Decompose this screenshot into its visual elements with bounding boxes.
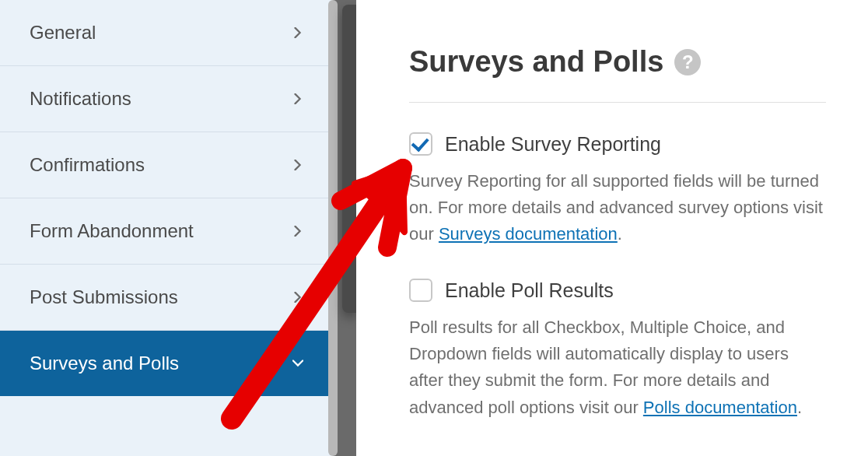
chevron-right-icon (292, 27, 303, 38)
option-poll-results: Enable Poll Results Poll results for all… (409, 279, 826, 420)
settings-sidebar: General Notifications Confirmations Form… (0, 0, 333, 456)
panel-gutter (333, 0, 356, 456)
polls-documentation-link[interactable]: Polls documentation (643, 398, 797, 417)
option-label: Enable Poll Results (445, 279, 614, 302)
chevron-right-icon (292, 226, 303, 237)
chevron-right-icon (292, 93, 303, 104)
sidebar-item-general[interactable]: General (0, 0, 333, 66)
sidebar-item-label: Form Abandonment (30, 220, 194, 242)
chevron-right-icon (292, 160, 303, 170)
sidebar-item-label: General (30, 22, 96, 44)
help-icon[interactable]: ? (674, 49, 701, 75)
option-desc-text: . (797, 398, 802, 417)
option-survey-reporting: Enable Survey Reporting Survey Reporting… (409, 132, 826, 247)
option-desc-text: . (618, 224, 622, 244)
sidebar-item-label: Post Submissions (30, 286, 178, 308)
option-row[interactable]: Enable Poll Results (409, 279, 826, 302)
chevron-down-icon (292, 358, 303, 369)
sidebar-item-surveys-polls[interactable]: Surveys and Polls (0, 331, 333, 396)
option-row[interactable]: Enable Survey Reporting (409, 132, 826, 156)
option-label: Enable Survey Reporting (445, 133, 661, 156)
option-description: Poll results for all Checkbox, Multiple … (409, 314, 826, 420)
option-description: Survey Reporting for all supported field… (409, 168, 826, 247)
sidebar-item-notifications[interactable]: Notifications (0, 66, 333, 132)
settings-panel: Surveys and Polls ? Enable Survey Report… (356, 0, 868, 456)
sidebar-item-confirmations[interactable]: Confirmations (0, 132, 333, 198)
panel-title: Surveys and Polls (409, 45, 663, 79)
checkbox-survey-reporting[interactable] (409, 132, 432, 156)
checkbox-poll-results[interactable] (409, 279, 432, 302)
panel-header: Surveys and Polls ? (409, 45, 826, 103)
sidebar-item-label: Surveys and Polls (30, 353, 179, 374)
chevron-right-icon (292, 292, 303, 303)
sidebar-item-label: Notifications (30, 88, 131, 110)
sidebar-item-form-abandonment[interactable]: Form Abandonment (0, 198, 333, 265)
sidebar-item-post-submissions[interactable]: Post Submissions (0, 265, 333, 331)
sidebar-item-label: Confirmations (30, 154, 145, 176)
surveys-documentation-link[interactable]: Surveys documentation (439, 224, 618, 244)
